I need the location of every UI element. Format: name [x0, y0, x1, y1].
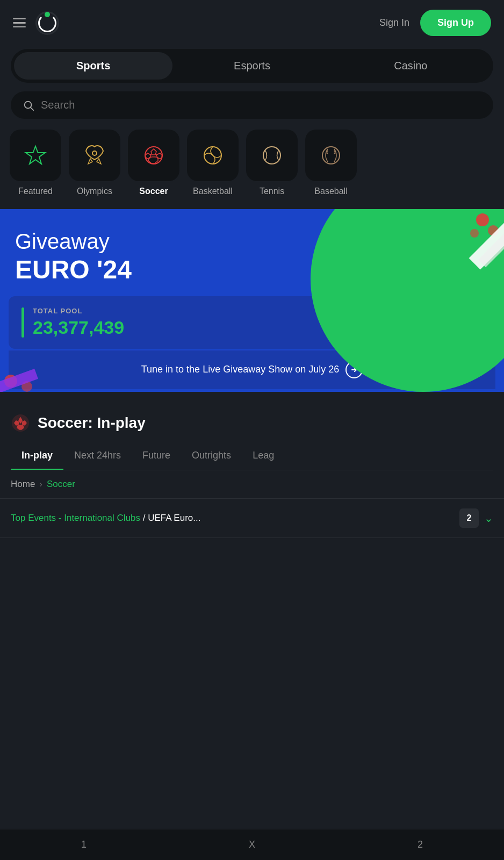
soccer-inplay-section: Soccer: In-play In-play Next 24hrs Futur…: [0, 400, 504, 470]
sub-tab-outrights[interactable]: Outrights: [181, 443, 242, 470]
sub-tab-inplay[interactable]: In-play: [11, 443, 63, 470]
search-bar[interactable]: [11, 91, 493, 119]
basketball-icon-box: [187, 130, 239, 181]
header-right: Sign In Sign Up: [379, 10, 491, 36]
category-featured[interactable]: Featured: [9, 130, 62, 196]
featured-label: Featured: [18, 187, 53, 196]
sign-up-button[interactable]: Sign Up: [420, 10, 491, 36]
category-basketball[interactable]: Basketball: [186, 130, 240, 196]
main-nav: Sports Esports Casino: [11, 49, 493, 83]
svg-point-15: [327, 153, 328, 154]
svg-marker-27: [17, 425, 24, 429]
category-tennis[interactable]: Tennis: [245, 130, 299, 196]
featured-icon-box: [10, 130, 61, 181]
logo: [35, 11, 59, 35]
svg-point-13: [334, 153, 336, 154]
sub-tab-next24[interactable]: Next 24hrs: [63, 443, 132, 470]
category-list: Featured Olympics Soccer: [0, 130, 504, 196]
tab-casino[interactable]: Casino: [332, 52, 490, 80]
svg-marker-2: [26, 146, 45, 164]
svg-point-12: [334, 150, 336, 152]
svg-point-10: [263, 147, 280, 164]
breadcrumb-current: Soccer: [47, 479, 75, 490]
breadcrumb-separator: ›: [39, 479, 42, 490]
banner-cta-text: Tune in to the Live Giveaway Show on Jul…: [141, 364, 340, 375]
svg-point-3: [92, 151, 97, 155]
hamburger-icon[interactable]: [13, 18, 26, 28]
svg-marker-5: [151, 149, 156, 155]
event-label-green: Top Events - International Clubs: [11, 513, 140, 523]
bottom-bar-2[interactable]: 2: [417, 839, 423, 850]
search-icon: [23, 99, 34, 111]
inplay-sub-tabs: In-play Next 24hrs Future Outrights Leag: [11, 443, 493, 470]
bottom-bar-1[interactable]: 1: [81, 839, 87, 850]
svg-marker-28: [15, 421, 19, 425]
sub-tab-leagues[interactable]: Leag: [242, 443, 285, 470]
basketball-label: Basketball: [193, 187, 233, 196]
svg-point-11: [322, 147, 340, 164]
category-olympics[interactable]: Olympics: [68, 130, 121, 196]
soccer-icon-box: [128, 130, 179, 181]
svg-marker-26: [22, 421, 26, 425]
svg-marker-8: [145, 153, 151, 159]
banner-title: Giveaway EURO '24: [15, 228, 489, 285]
olympics-icon-box: [69, 130, 120, 181]
baseball-label: Baseball: [314, 187, 347, 196]
tennis-icon: [260, 144, 284, 167]
bottom-bar-x[interactable]: X: [249, 839, 255, 850]
basketball-icon: [201, 144, 225, 167]
inplay-header: Soccer: In-play: [11, 413, 493, 433]
baseball-icon: [319, 144, 343, 167]
breadcrumb: Home › Soccer: [0, 470, 504, 499]
soccer-section-icon: [11, 413, 30, 433]
event-row[interactable]: Top Events - International Clubs / UEFA …: [0, 499, 504, 538]
event-chevron-icon: ⌄: [484, 512, 493, 525]
tennis-label: Tennis: [260, 187, 284, 196]
svg-marker-6: [156, 153, 162, 159]
svg-line-1: [31, 108, 33, 110]
inplay-title: Soccer: In-play: [38, 414, 146, 432]
sub-tab-future[interactable]: Future: [132, 443, 181, 470]
header-left: [13, 11, 59, 35]
giveaway-banner[interactable]: Giveaway EURO '24 TOTAL POOL 23,377,439 …: [0, 209, 504, 392]
bottom-bar: 1 X 2: [0, 829, 504, 860]
svg-rect-23: [0, 369, 38, 392]
pool-bar-accent: [21, 307, 24, 338]
pool-amount: 23,377,439: [33, 317, 124, 338]
event-label-white: / UEFA Euro...: [143, 513, 201, 523]
category-soccer[interactable]: Soccer: [127, 130, 181, 196]
star-icon: [24, 144, 47, 167]
pool-info: TOTAL POOL 23,377,439: [33, 307, 124, 338]
category-baseball[interactable]: Baseball: [304, 130, 358, 196]
banner-content: Giveaway EURO '24: [0, 209, 504, 285]
event-label: Top Events - International Clubs / UEFA …: [11, 513, 459, 524]
event-count-badge: 2: [459, 508, 479, 528]
search-input[interactable]: [41, 99, 481, 111]
soccer-icon: [142, 144, 165, 167]
breadcrumb-home[interactable]: Home: [11, 479, 35, 490]
tennis-icon-box: [246, 130, 298, 181]
sign-in-link[interactable]: Sign In: [379, 17, 409, 28]
olympics-label: Olympics: [77, 187, 112, 196]
svg-point-14: [327, 150, 328, 152]
pool-label: TOTAL POOL: [33, 307, 124, 315]
rocket-icon: [83, 144, 106, 167]
baseball-icon-box: [305, 130, 357, 181]
soccer-label: Soccer: [139, 187, 168, 196]
tab-esports[interactable]: Esports: [172, 52, 331, 80]
banner-left-decoration: [0, 349, 75, 392]
tab-sports[interactable]: Sports: [14, 52, 172, 80]
app-header: Sign In Sign Up: [0, 0, 504, 46]
